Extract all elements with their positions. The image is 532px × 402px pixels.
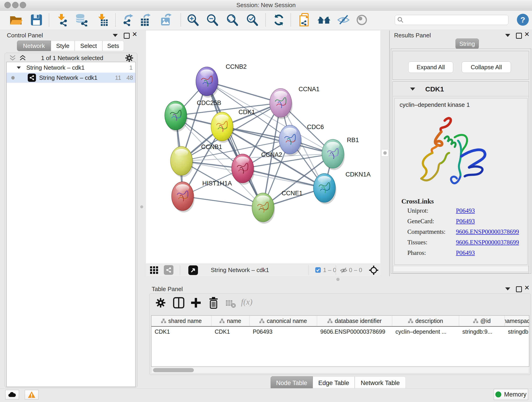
crosslink-link[interactable]: P06493 [456,207,475,214]
network-node[interactable]: CCNA1 [270,86,320,119]
control-panel-close-button[interactable]: ✕ [132,32,137,37]
table-hscrollbar[interactable] [152,367,529,373]
memory-button[interactable]: Memory [494,389,528,400]
bottom-splitter-handle[interactable] [336,278,340,281]
refresh-button[interactable] [272,13,286,27]
table-options-gear-button[interactable] [155,298,166,308]
network-node[interactable]: CDKN1A [313,171,371,204]
network-node[interactable]: CCNE1 [252,190,303,224]
export-image-button[interactable] [159,13,173,27]
import-network-button[interactable] [55,13,69,27]
collapse-all-button[interactable]: Collapse All [462,61,511,73]
crosslink-row: Pharos:P06493 [407,249,526,260]
network-node[interactable]: RB1 [322,137,359,170]
zoom-fit-button[interactable] [225,13,240,27]
column-header-database-identifier[interactable]: database identifier [317,316,392,326]
expand-all-button[interactable]: Expand All [408,61,453,73]
grid-view-button[interactable] [150,266,159,274]
clone-network-button[interactable] [298,13,312,27]
results-panel-close-button[interactable]: ✕ [524,32,530,37]
tab-style[interactable]: Style [51,41,75,51]
tab-string[interactable]: String [456,38,479,49]
tab-network[interactable]: Network [17,41,51,51]
selected-nodes-checkbox[interactable] [315,267,321,273]
control-panel-float-button[interactable] [113,34,118,37]
tab-edge-table[interactable]: Edge Table [313,376,355,390]
results-panel-float-button[interactable] [505,34,510,37]
zoom-selected-button[interactable] [245,13,260,27]
import-network-icon [56,13,68,26]
tab-network-table[interactable]: Network Table [355,376,406,390]
table-panel-maximize-button[interactable] [516,286,522,292]
right-splitter-handle[interactable] [381,149,389,157]
show-columns-button[interactable] [173,297,184,308]
column-header-description[interactable]: description [392,316,459,326]
right-splitter[interactable] [389,31,390,276]
string-home-button[interactable] [317,13,331,27]
column-header-namespace[interactable]: namespace [505,316,529,326]
table-panel-float-button[interactable] [505,287,510,290]
collapse-all-icon[interactable] [9,55,17,61]
network-share-view-button[interactable] [164,265,173,275]
network-node[interactable]: HIST1H1A [172,180,232,212]
delete-column-button[interactable] [208,297,220,309]
network-node[interactable]: CDC6 [279,123,324,156]
left-splitter-handle[interactable] [140,205,143,208]
column-header-canonical-name[interactable]: canonical name [249,316,317,326]
protein-description: cyclin–dependent kinase 1 [399,101,470,108]
network-status-dot [11,76,15,80]
expand-all-icon[interactable] [19,55,27,61]
warnings-button[interactable] [25,390,38,400]
add-column-button[interactable] [190,297,202,308]
network-node[interactable]: CCNA2 [232,151,282,185]
zoom-in-button[interactable] [186,13,200,27]
table-hscrollbar-thumb[interactable] [153,368,194,372]
network-collection-row[interactable]: String Network – cdk1 1 [7,63,135,73]
toolbar-separator [115,13,116,27]
crosslink-link[interactable]: 9606.ENSP00000378699 [456,239,519,246]
search-input[interactable] [404,17,503,23]
tab-select[interactable]: Select [75,41,102,51]
export-table-button[interactable] [139,13,153,27]
zoom-out-button[interactable] [206,13,220,27]
help-button[interactable]: ? [517,14,529,26]
column-header-name[interactable]: name [211,316,249,326]
network-node[interactable]: CDK1 [211,109,255,143]
fit-selected-crosshair-button[interactable] [369,265,379,276]
crosslink-link[interactable]: P06493 [456,218,475,225]
preview-eye-button[interactable] [355,13,369,27]
hidden-nodes-icon[interactable] [340,267,348,274]
network-row-selected[interactable]: String Network – cdk1 11 48 [7,73,135,83]
column-header-shared-name[interactable]: shared name [152,316,211,326]
table-row[interactable]: CDK1CDK1P064939606.ENSP00000378699cyclin… [152,327,529,337]
crosslinks-heading: CrossLinks [401,198,434,205]
table-panel-close-button[interactable]: ✕ [524,285,530,291]
crosslink-link[interactable]: P06493 [456,249,475,256]
network-options-gear-button[interactable] [125,54,133,62]
control-panel-maximize-button[interactable] [124,33,130,39]
toolbar-separator [336,265,336,275]
save-session-button[interactable] [29,13,44,27]
cloud-status-button[interactable] [5,390,19,400]
tab-sets[interactable]: Sets [102,41,124,51]
column-header--id[interactable]: @id [459,316,505,326]
results-panel-maximize-button[interactable] [516,33,522,39]
function-builder-button-disabled[interactable]: f(x) [241,297,253,307]
import-database-button[interactable] [75,13,89,27]
protein-name: CDK1 [425,85,444,93]
import-table-button[interactable] [95,13,109,27]
open-in-window-button[interactable] [188,265,198,275]
network-node[interactable]: CCNB2 [196,63,247,98]
protein-collapse-icon[interactable] [410,88,415,90]
delete-table-button-disabled[interactable] [225,299,236,308]
network-canvas[interactable]: CCNB2CCNA1CDC25BCDK1CDC6RB1CCNB1CCNA2CDK… [146,31,380,264]
export-network-button[interactable] [121,13,135,27]
tab-node-table[interactable]: Node Table [271,376,313,390]
results-hscrollbar[interactable] [393,266,528,272]
tree-expand-icon[interactable] [17,66,21,69]
crosslink-link[interactable]: 9606.ENSP00000378699 [456,228,519,235]
open-session-button[interactable] [9,13,23,27]
memory-status-dot [495,391,501,397]
hide-unhide-button[interactable] [336,13,351,27]
hierarchy-icon [473,318,478,323]
